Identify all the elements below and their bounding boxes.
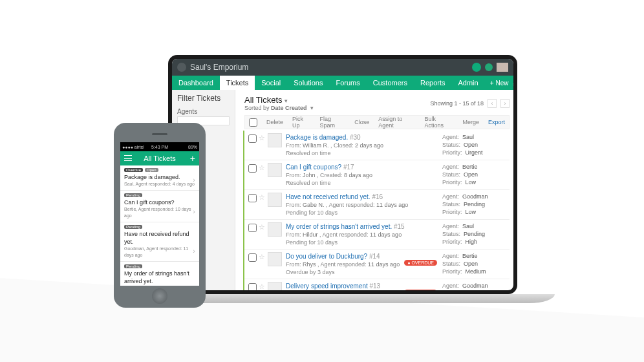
pager-text: Showing 1 - 15 of 18 bbox=[430, 100, 484, 107]
status-badge: Overdue bbox=[124, 168, 143, 172]
toolbar-assign[interactable]: Assign to Agent bbox=[378, 116, 415, 129]
mobile-list-item[interactable]: PendingHave not received refund yet.Good… bbox=[120, 222, 199, 262]
ticket-note: Pending for 10 days bbox=[286, 239, 442, 246]
mobile-list: OverdueOpenPackage is damaged.Saul, Agen… bbox=[120, 165, 199, 286]
nav-admin[interactable]: Admin bbox=[452, 76, 485, 90]
user-avatar[interactable] bbox=[497, 63, 508, 72]
chevron-down-icon: ▾ bbox=[284, 98, 288, 104]
star-icon[interactable]: ☆ bbox=[259, 222, 268, 246]
ticket-title[interactable]: My order of strings hasn't arrived yet. bbox=[286, 223, 392, 230]
page-title[interactable]: All Tickets▾ bbox=[239, 91, 314, 105]
ticket-title[interactable]: Can I gift coupons? bbox=[286, 164, 341, 171]
ticket-row[interactable]: ☆Package is damaged. #30From: William R.… bbox=[244, 131, 510, 160]
ticket-thumbnail bbox=[268, 282, 282, 290]
toolbar-close[interactable]: Close bbox=[354, 119, 369, 125]
mobile-item-meta: Saul, Agent responded: 4 days ago bbox=[124, 181, 195, 187]
nav-customers[interactable]: Customers bbox=[367, 76, 414, 90]
brand-logo-icon bbox=[177, 63, 186, 72]
home-button[interactable] bbox=[152, 288, 167, 304]
ticket-checkbox[interactable] bbox=[248, 194, 257, 202]
mobile-title: All Tickets bbox=[144, 154, 176, 162]
ticket-note: Overdue by 3 days bbox=[286, 268, 442, 276]
ticket-id: #15 bbox=[394, 223, 405, 230]
add-button[interactable]: + bbox=[190, 153, 195, 164]
pager: Showing 1 - 15 of 18 ‹ › bbox=[430, 99, 510, 108]
ticket-note: Resolved on time bbox=[286, 149, 442, 157]
ticket-id: #30 bbox=[350, 134, 361, 141]
toolbar-pickup[interactable]: Pick Up bbox=[292, 116, 310, 129]
mobile-item-title: Package is damaged. bbox=[124, 173, 195, 181]
ticket-note: Resolved on time bbox=[286, 179, 442, 187]
brand-name: Saul's Emporium bbox=[190, 63, 248, 72]
pager-prev[interactable]: ‹ bbox=[488, 99, 497, 108]
ticket-id: #14 bbox=[369, 253, 380, 260]
toolbar-export[interactable]: Export bbox=[488, 119, 505, 125]
star-icon[interactable]: ☆ bbox=[259, 252, 268, 276]
phone-speaker bbox=[152, 133, 167, 135]
new-button[interactable]: +New bbox=[490, 80, 509, 87]
ticket-list: ☆Package is damaged. #30From: William R.… bbox=[243, 131, 510, 290]
mobile-list-item[interactable]: PendingMy order of strings hasn't arrive… bbox=[120, 262, 199, 286]
nav-solutions[interactable]: Solutions bbox=[287, 76, 329, 90]
sidebar-title: Filter Tickets bbox=[177, 94, 230, 103]
ticket-checkbox[interactable] bbox=[248, 253, 257, 262]
ticket-row[interactable]: ☆Can I gift coupons? #17From: John , Cre… bbox=[244, 160, 510, 190]
ticket-title[interactable]: Delivery speed improvement bbox=[286, 282, 368, 290]
chevron-down-icon: ▾ bbox=[310, 105, 314, 111]
mobile-list-item[interactable]: PendingCan I gift coupons?Bertie, Agent … bbox=[120, 191, 199, 222]
ticket-props: Agent: SaulStatus: PendingPriority: High bbox=[442, 222, 510, 246]
toolbar-delete[interactable]: Delete bbox=[266, 119, 283, 125]
sort-info[interactable]: Sorted by Date Created ▾ bbox=[239, 105, 314, 115]
ticket-title[interactable]: Have not received refund yet. bbox=[286, 193, 370, 200]
ticket-row[interactable]: ☆Have not received refund yet. #16From: … bbox=[244, 190, 510, 220]
ticket-meta: From: William R. , Closed: 2 days ago bbox=[286, 142, 442, 149]
ticket-title[interactable]: Do you deliver to Duckburg? bbox=[286, 253, 367, 260]
toolbar-merge[interactable]: Merge bbox=[462, 119, 479, 125]
nav-reports[interactable]: Reports bbox=[414, 76, 452, 90]
help-icon[interactable] bbox=[472, 63, 481, 72]
ticket-checkbox[interactable] bbox=[248, 134, 257, 143]
ticket-row[interactable]: ☆My order of strings hasn't arrived yet.… bbox=[244, 220, 510, 250]
ticket-checkbox[interactable] bbox=[248, 283, 257, 290]
app-header: Saul's Emporium bbox=[172, 59, 513, 76]
ticket-thumbnail bbox=[268, 252, 282, 266]
mobile-item-title: Can I gift coupons? bbox=[124, 198, 195, 206]
ticket-row[interactable]: ☆Do you deliver to Duckburg? #14From: Rh… bbox=[244, 250, 510, 279]
ticket-meta: From: Hildur , Agent responded: 11 days … bbox=[286, 231, 442, 239]
mobile-list-item[interactable]: OverdueOpenPackage is damaged.Saul, Agen… bbox=[120, 165, 199, 191]
ticket-props: Agent: SaulStatus: OpenPriority: Urgent bbox=[442, 133, 510, 157]
nav-social[interactable]: Social bbox=[255, 76, 287, 90]
search-button[interactable]: ⌕Search bbox=[513, 80, 517, 87]
mobile-item-meta: Saul, Agent responded: 11 days ago bbox=[124, 285, 195, 286]
ticket-thumbnail bbox=[268, 193, 282, 207]
main-content: All Tickets▾ Sorted by Date Created ▾ Sh… bbox=[235, 90, 513, 290]
select-all-checkbox[interactable] bbox=[249, 118, 257, 127]
ticket-id: #16 bbox=[372, 193, 383, 200]
ticket-checkbox[interactable] bbox=[248, 164, 257, 173]
ticket-title[interactable]: Package is damaged. bbox=[286, 134, 348, 141]
star-icon[interactable]: ☆ bbox=[259, 282, 268, 290]
status-badge: Open bbox=[145, 168, 158, 172]
toolbar-flagspam[interactable]: Flag Spam bbox=[319, 116, 345, 129]
ticket-id: #13 bbox=[370, 282, 381, 290]
star-icon[interactable]: ☆ bbox=[259, 163, 268, 187]
mobile-item-meta: Bertie, Agent responded: 10 days ago bbox=[124, 206, 195, 219]
mobile-item-meta: Goodman, Agent responded: 11 days ago bbox=[124, 246, 195, 259]
menu-button[interactable] bbox=[124, 154, 132, 162]
phone-frame: ●●●● airtel 5:43 PM 89% All Tickets + Ov… bbox=[114, 123, 206, 308]
overdue-badge: ● OVERDUE bbox=[404, 260, 437, 266]
nav-forums[interactable]: Forums bbox=[330, 76, 367, 90]
nav-tickets[interactable]: Tickets bbox=[220, 76, 255, 90]
pager-next[interactable]: › bbox=[500, 99, 510, 108]
ticket-row[interactable]: ☆Delivery speed improvement #13From: Ash… bbox=[244, 279, 510, 290]
presence-icon[interactable] bbox=[485, 63, 493, 71]
star-icon[interactable]: ☆ bbox=[259, 193, 268, 217]
ticket-checkbox[interactable] bbox=[248, 224, 257, 232]
toolbar-bulk[interactable]: Bulk Actions bbox=[425, 116, 454, 129]
star-icon[interactable]: ☆ bbox=[259, 133, 268, 157]
ticket-props: Agent: BertieStatus: OpenPriority: Low bbox=[442, 163, 510, 187]
ticket-thumbnail bbox=[268, 133, 282, 147]
mobile-header: All Tickets + bbox=[120, 151, 199, 165]
status-badge: Pending bbox=[124, 264, 142, 268]
nav-dashboard[interactable]: Dashboard bbox=[172, 76, 220, 90]
